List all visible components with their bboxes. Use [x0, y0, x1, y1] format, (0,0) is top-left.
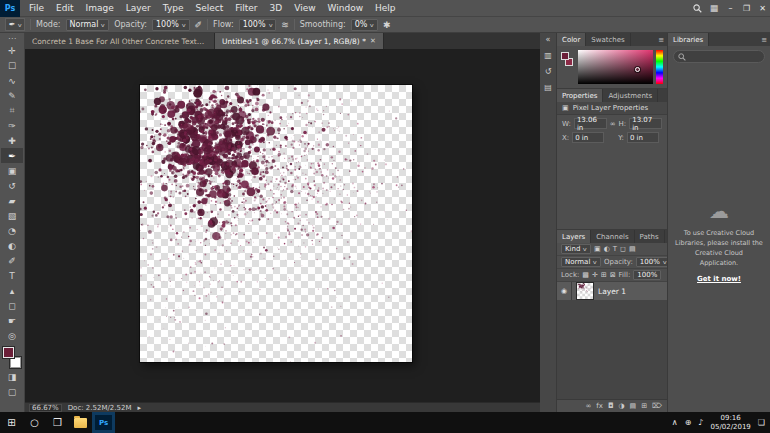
- adjustment-layer-icon[interactable]: ◑: [618, 402, 624, 410]
- type-tool[interactable]: T: [1, 268, 23, 283]
- tab-properties[interactable]: Properties: [557, 89, 603, 102]
- lock-artboard-icon[interactable]: ⊞: [601, 271, 607, 279]
- brush-preset-picker[interactable]: ✒ ∨: [5, 18, 25, 31]
- clone-stamp-tool[interactable]: ▣: [1, 163, 23, 178]
- tab-close-icon[interactable]: ✕: [370, 37, 376, 45]
- color-swatches-widget[interactable]: [2, 346, 22, 369]
- mini-foreground-swatch[interactable]: [561, 52, 569, 60]
- pressure-opacity-icon[interactable]: ✐: [195, 20, 203, 30]
- marquee-tool[interactable]: ☐: [1, 58, 23, 73]
- tab-concrete-document[interactable]: Concrete 1 Base For All Other Concrete T…: [25, 33, 215, 49]
- photoshop-taskbar-button[interactable]: Ps: [92, 412, 115, 433]
- gradient-tool[interactable]: ▧: [1, 208, 23, 223]
- link-dimensions-icon[interactable]: ∞: [610, 120, 616, 128]
- lock-all-icon[interactable]: ⊠: [610, 271, 616, 279]
- splatter-artwork[interactable]: [140, 85, 412, 362]
- smoothing-select[interactable]: 0% ∨: [351, 19, 378, 31]
- screen-mode-button[interactable]: ▢: [1, 384, 23, 399]
- layer-name[interactable]: Layer 1: [598, 287, 626, 296]
- zoom-tool[interactable]: ◎: [1, 328, 23, 343]
- layer-thumbnail[interactable]: [576, 282, 594, 300]
- blur-tool[interactable]: ◔: [1, 223, 23, 238]
- menu-edit[interactable]: Edit: [50, 0, 79, 17]
- tab-libraries[interactable]: Libraries: [668, 33, 709, 46]
- collapse-panels-icon[interactable]: «: [546, 35, 551, 44]
- path-selection-tool[interactable]: ▴: [1, 283, 23, 298]
- pen-tool[interactable]: ✐: [1, 253, 23, 268]
- lasso-tool[interactable]: ∿: [1, 73, 23, 88]
- healing-brush-tool[interactable]: ✚: [1, 133, 23, 148]
- close-button[interactable]: ✕: [755, 0, 770, 17]
- layer-style-fx-icon[interactable]: fx: [596, 402, 603, 410]
- dock-panel-icon-1[interactable]: ▥: [544, 51, 552, 60]
- delete-layer-icon[interactable]: ⌦: [652, 402, 662, 410]
- mode-select[interactable]: Normal ∨: [66, 19, 110, 31]
- lock-transparency-icon[interactable]: ▩: [582, 271, 589, 279]
- y-field[interactable]: 0 in: [627, 132, 659, 143]
- airbrush-icon[interactable]: ≋: [281, 20, 289, 30]
- add-mask-icon[interactable]: ◘: [608, 402, 614, 410]
- blend-mode-select[interactable]: Normal ∨: [561, 257, 601, 267]
- menu-select[interactable]: Select: [189, 0, 229, 17]
- minimize-button[interactable]: –: [723, 0, 738, 17]
- canvas-pasteboard[interactable]: [25, 49, 540, 402]
- panel-menu-icon[interactable]: ≡: [758, 33, 770, 46]
- tab-channels[interactable]: Channels: [591, 230, 634, 243]
- status-chevron-icon[interactable]: ▸: [137, 404, 141, 412]
- tab-color[interactable]: Color: [557, 33, 586, 46]
- hand-tool[interactable]: ☛: [1, 313, 23, 328]
- layer-row-layer-1[interactable]: ◉ Layer 1: [557, 282, 667, 300]
- tab-untitled-document[interactable]: Untitled-1 @ 66.7% (Layer 1, RGB/8) * ✕: [215, 33, 384, 49]
- shape-tool[interactable]: ◻: [1, 298, 23, 313]
- crop-tool[interactable]: ⌗: [1, 103, 23, 118]
- filter-shape-icon[interactable]: ◻: [620, 245, 626, 253]
- file-explorer-button[interactable]: [69, 412, 92, 433]
- background-color-swatch[interactable]: [10, 357, 21, 368]
- flow-select[interactable]: 100% ∨: [239, 19, 277, 31]
- foreground-color-swatch[interactable]: [3, 347, 14, 358]
- layer-visibility-eye-icon[interactable]: ◉: [557, 282, 572, 300]
- eyedropper-tool[interactable]: ✑: [1, 118, 23, 133]
- dock-panel-icon-3[interactable]: ▤: [544, 83, 552, 92]
- zoom-level-field[interactable]: 66.67%: [29, 404, 62, 412]
- menu-file[interactable]: File: [23, 0, 50, 17]
- menu-type[interactable]: Type: [157, 0, 190, 17]
- menu-help[interactable]: Help: [369, 0, 402, 17]
- tab-adjustments[interactable]: Adjustments: [603, 89, 658, 102]
- taskbar-clock[interactable]: 09:16 05/02/2019: [710, 414, 750, 431]
- search-icon[interactable]: [689, 0, 705, 17]
- width-field[interactable]: 13.06 in: [574, 118, 607, 129]
- menu-layer[interactable]: Layer: [120, 0, 157, 17]
- menu-window[interactable]: Window: [322, 0, 370, 17]
- document-canvas[interactable]: [140, 85, 412, 362]
- tab-paths[interactable]: Paths: [635, 230, 665, 243]
- network-icon[interactable]: ⊕: [685, 418, 692, 427]
- lock-position-icon[interactable]: ✛: [592, 271, 598, 279]
- link-layers-icon[interactable]: ∞: [585, 402, 591, 410]
- layers-opacity-select[interactable]: 100% ∨: [636, 257, 667, 267]
- eraser-tool[interactable]: ▰: [1, 193, 23, 208]
- move-tool[interactable]: ✛: [1, 43, 23, 58]
- filter-type-icon[interactable]: T: [613, 245, 617, 253]
- saturation-brightness-picker[interactable]: [578, 50, 653, 84]
- tray-chevron-icon[interactable]: ∧: [672, 418, 678, 427]
- get-it-now-link[interactable]: Get it now!: [697, 275, 741, 283]
- color-picker-marker[interactable]: [635, 67, 640, 72]
- x-field[interactable]: 0 in: [572, 132, 604, 143]
- brush-tool[interactable]: ✒: [1, 148, 23, 163]
- dock-panel-icon-2[interactable]: ↺: [545, 67, 552, 76]
- new-layer-icon[interactable]: ⊞: [641, 402, 647, 410]
- task-view-button[interactable]: ❐: [46, 412, 69, 433]
- mini-color-swatches[interactable]: [561, 50, 575, 84]
- libraries-search-box[interactable]: [673, 50, 765, 63]
- filter-pixel-icon[interactable]: ▣: [594, 245, 601, 253]
- menu-image[interactable]: Image: [80, 0, 120, 17]
- kind-filter-select[interactable]: Kind ∨: [561, 244, 591, 254]
- maximize-button[interactable]: ❐: [739, 0, 754, 17]
- filter-adjustment-icon[interactable]: ◐: [604, 245, 610, 253]
- filter-smart-object-icon[interactable]: ▤: [629, 245, 636, 253]
- start-button[interactable]: ⊞: [0, 412, 23, 433]
- fill-select[interactable]: 100%: [633, 270, 661, 280]
- tab-swatches[interactable]: Swatches: [586, 33, 630, 46]
- history-brush-tool[interactable]: ↺: [1, 178, 23, 193]
